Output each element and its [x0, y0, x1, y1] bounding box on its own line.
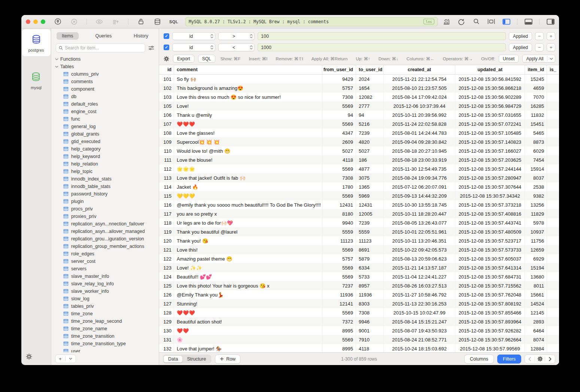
next-page-button[interactable] — [545, 355, 555, 363]
cell-comment[interactable]: Beautiful!! 💕💕 — [174, 272, 322, 281]
cell-item_id[interactable]: 5978 — [525, 218, 547, 227]
column-header-id[interactable]: id — [159, 65, 174, 74]
cell-comment[interactable]: 🌸 — [174, 335, 322, 344]
cell-from_user_id[interactable]: 5569 — [322, 272, 356, 281]
cell-id[interactable]: 106 — [159, 110, 174, 119]
cell-to_user_id[interactable]: 2024 — [356, 75, 384, 83]
sidebar-table-item[interactable]: gtid_executed — [55, 138, 159, 145]
cell-item_id[interactable]: 8873 — [525, 137, 547, 146]
cell-comment[interactable]: 💛💛💛 — [174, 191, 322, 200]
cell-to_user_id[interactable]: 1365 — [356, 182, 384, 191]
table-row[interactable]: 120Thank you! 😘11123111232015-10-11 13:2… — [159, 236, 559, 245]
add-item-menu-button[interactable] — [66, 355, 76, 363]
cell-to_user_id[interactable]: 11936 — [356, 290, 384, 299]
unset-button[interactable]: Unset — [499, 55, 519, 63]
applied-button[interactable]: Applied — [509, 43, 532, 51]
cell-item_id[interactable]: 5465 — [525, 128, 547, 137]
cell-from_user_id[interactable]: 5559 — [322, 227, 356, 236]
sidebar-table-item[interactable]: slave_master_info — [55, 273, 159, 280]
cell-updated_at[interactable]: 2015-12-08 15:30:57.031655 — [455, 110, 525, 119]
cell-comment[interactable]: Supercool💥 💥 💥 — [174, 137, 322, 146]
cell-from_user_id[interactable]: 7237 — [322, 281, 356, 290]
cell-created_at[interactable]: 2015-08-05 13:26:43.077 — [384, 218, 455, 227]
cell-from_user_id[interactable]: 7372 — [322, 317, 356, 326]
cell-updated_at[interactable]: 2015-12-08 15:30:57.105485 — [455, 128, 525, 137]
cell-comment[interactable]: Love this photo! Your hair is gorgeous 😘… — [174, 281, 322, 290]
cell-to_user_id[interactable]: 5879 — [356, 254, 384, 263]
table-row[interactable]: 118Ur legs are to die for🙌🏻💖994072392015… — [159, 218, 559, 227]
table-row[interactable]: 103Love this dress so much 😍 so nice for… — [159, 92, 559, 101]
cell-comment[interactable]: @Emily Thank you💃 — [174, 290, 322, 299]
database-icon[interactable] — [153, 18, 161, 25]
cell-id[interactable]: 130 — [159, 326, 174, 335]
cell-updated_at[interactable]: 2015-12-08 15:30:56.841592 — [455, 75, 525, 83]
cell-updated_at[interactable]: 2015-12-08 15:30:57.244144 — [455, 164, 525, 173]
applied-button[interactable]: Applied — [509, 32, 532, 40]
tab-structure[interactable]: Structure — [182, 356, 210, 362]
cell-to_user_id[interactable]: 7308 — [356, 308, 384, 317]
cell-to_user_id[interactable]: 12431 — [356, 200, 384, 209]
sql-button[interactable]: SQL — [198, 55, 215, 63]
cell-comment[interactable]: ❤️❤️ — [174, 326, 322, 335]
sidebar-table-item[interactable]: password_history — [55, 190, 159, 198]
cell-id[interactable]: 122 — [159, 254, 174, 263]
connection-plug-icon[interactable] — [54, 18, 62, 25]
sidebar-table-item[interactable]: general_log — [55, 123, 159, 130]
tab-data[interactable]: Data — [164, 356, 182, 362]
cell-comment[interactable]: Love the blouse! — [174, 155, 322, 164]
cell-is_[interactable] — [547, 281, 559, 290]
cell-to_user_id[interactable]: 12082 — [356, 92, 384, 101]
cell-to_user_id[interactable]: 94 — [356, 110, 384, 119]
sidebar-table-item[interactable]: func — [55, 115, 159, 123]
cell-is_[interactable] — [547, 75, 559, 83]
cell-to_user_id[interactable]: 9946 — [356, 317, 384, 326]
cell-comment[interactable]: This background is amazing😍 — [174, 83, 322, 92]
minimize-window-button[interactable] — [33, 19, 38, 24]
cell-to_user_id[interactable]: 1654 — [356, 83, 384, 92]
cell-is_[interactable] — [547, 182, 559, 191]
cell-updated_at[interactable]: 2015-12-08 15:30:57.072241 — [455, 119, 525, 128]
cell-created_at[interactable]: 2015-08-10 21:23:57.505 — [384, 83, 455, 92]
cell-created_at[interactable]: 2015-08-14 17:09:42.024 — [384, 92, 455, 101]
cell-comment[interactable]: ❤️❤️❤️ — [174, 119, 322, 128]
table-row[interactable]: 127Stunning!1214183032015-11-13 22:30:16… — [159, 299, 559, 308]
sidebar-table-item[interactable]: procs_priv — [55, 205, 159, 213]
sidebar-table-item[interactable]: replication_asyn...nnection_failover — [55, 220, 159, 228]
cell-updated_at[interactable]: 2015-12-08 15:30:57.203625 — [455, 155, 525, 164]
cell-to_user_id[interactable]: 3075 — [356, 173, 384, 182]
cell-item_id[interactable]: 7454 — [525, 155, 547, 164]
sidebar-table-item[interactable]: time_zone_leap_second — [55, 317, 159, 325]
cell-created_at[interactable]: 2015-11-21 14:13:57.187 — [384, 263, 455, 272]
remove-filter-button[interactable]: − — [535, 32, 544, 40]
table-row[interactable]: 111Love the blouse!41181862015-08-18 23:… — [159, 155, 559, 164]
cell-is_[interactable] — [547, 83, 559, 92]
cell-is_[interactable] — [547, 227, 559, 236]
cell-item_id[interactable]: 12659 — [525, 245, 547, 254]
sidebar-table-item[interactable]: innodb_index_stats — [55, 175, 159, 183]
search-input[interactable] — [65, 45, 142, 51]
toggle-left-panel-icon[interactable] — [502, 18, 510, 25]
cell-updated_at[interactable]: 2015-12-08 15:30:57.762048 — [455, 290, 525, 299]
table-row[interactable]: 101So fly 🙌🏼942920242015-11-21 22:12:54.… — [159, 75, 559, 83]
cell-to_user_id[interactable]: 8691 — [356, 245, 384, 254]
sidebar-table-item[interactable]: help_keyword — [55, 153, 159, 160]
cell-to_user_id[interactable]: 4877 — [356, 164, 384, 173]
tab-queries[interactable]: Queries — [90, 32, 117, 40]
cell-item_id[interactable]: 6464 — [525, 326, 547, 335]
table-row[interactable]: 114Jacket 🔥178013652015-07-12 06:20:07.0… — [159, 182, 559, 191]
cell-item_id[interactable]: 11829 — [525, 209, 547, 218]
cell-from_user_id[interactable]: 12431 — [322, 200, 356, 209]
cell-created_at[interactable]: 2015-09-04 09:28:30.842 — [384, 137, 455, 146]
cell-created_at[interactable]: 2015-07-12 06:20:07.091 — [384, 182, 455, 191]
cell-from_user_id[interactable]: 5757 — [322, 254, 356, 263]
cell-comment[interactable]: Amazing pastel theme 😁 — [174, 254, 322, 263]
table-row[interactable]: 132Love that jumper! 🏇899541182015-10-24… — [159, 344, 559, 352]
cell-item_id[interactable]: 6029 — [525, 146, 547, 155]
table-row[interactable]: 130❤️❤️899590012015-08-07 19:43:50.92320… — [159, 326, 559, 335]
cell-item_id[interactable]: 15914 — [525, 164, 547, 173]
cell-from_user_id[interactable]: 5569 — [322, 245, 356, 254]
cell-is_[interactable] — [547, 155, 559, 164]
cell-updated_at[interactable]: 2015-12-08 15:30:57.523717 — [455, 236, 525, 245]
cell-id[interactable]: 101 — [159, 75, 174, 83]
cell-created_at[interactable]: 2015-08-24 19:09:34.776 — [384, 173, 455, 182]
